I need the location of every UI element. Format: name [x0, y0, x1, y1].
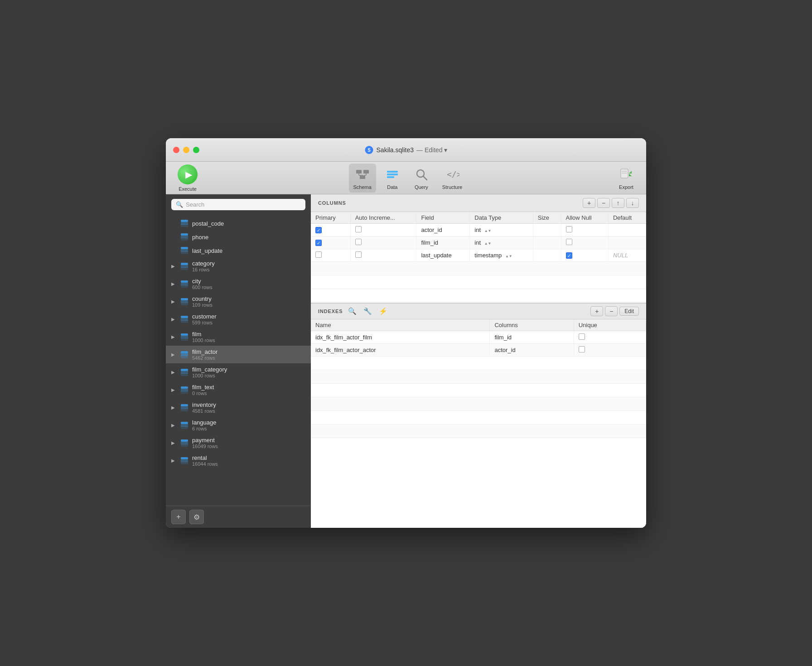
checkbox-null[interactable] — [566, 239, 572, 245]
col-header-size: Size — [533, 212, 561, 224]
stepper-icon[interactable]: ▲▼ — [484, 241, 492, 246]
table-row[interactable]: idx_fk_film_actor_actor actor_id — [311, 344, 646, 357]
schema-tab[interactable]: Schema — [349, 164, 376, 193]
svg-rect-72 — [181, 442, 188, 443]
query-tab[interactable]: Query — [409, 164, 434, 193]
svg-rect-68 — [181, 425, 188, 425]
wrench-button[interactable]: 🔧 — [362, 306, 373, 316]
sidebar-list: postal_code phone — [166, 215, 311, 506]
svg-rect-47 — [181, 333, 188, 336]
sidebar-item-postal-code[interactable]: postal_code — [166, 217, 311, 230]
item-info-inventory: inventory 4581 rows — [192, 401, 216, 414]
idx-header-unique: Unique — [574, 319, 646, 331]
table-row[interactable]: ✓ actor_id int ▲▼ — [311, 224, 646, 236]
lightning-button[interactable]: ⚡ — [377, 306, 389, 316]
item-name: film — [192, 331, 215, 338]
svg-rect-49 — [181, 338, 188, 338]
close-button[interactable] — [173, 147, 179, 153]
schema-label: Schema — [353, 184, 372, 190]
checkbox-primary[interactable]: ✓ — [315, 240, 322, 246]
sidebar-item-country[interactable]: ▶ country 109 rows — [166, 293, 311, 310]
settings-button[interactable]: ⚙ — [189, 510, 204, 524]
item-name: payment — [192, 437, 218, 444]
svg-rect-35 — [181, 280, 188, 283]
checkbox-primary[interactable]: ✓ — [315, 227, 322, 233]
add-table-button[interactable]: + — [171, 510, 186, 524]
window-title: Sakila.sqlite3 — [377, 146, 414, 154]
col-allownull: ✓ — [561, 249, 608, 262]
execute-button[interactable]: ▶ Execute — [173, 162, 202, 194]
sidebar-item-phone[interactable]: phone — [166, 230, 311, 244]
checkbox-null[interactable]: ✓ — [566, 252, 572, 259]
columns-table: Primary Auto Increme... Field Data Type … — [311, 212, 646, 289]
add-index-button[interactable]: + — [590, 306, 603, 316]
checkbox-auto[interactable] — [355, 226, 362, 232]
chevron-icon: ▶ — [171, 387, 177, 392]
table-row[interactable]: ✓ film_id int ▲▼ — [311, 236, 646, 249]
stepper-icon[interactable]: ▲▼ — [505, 254, 512, 258]
col-header-primary: Primary — [311, 212, 350, 224]
search-wrap[interactable]: 🔍 — [171, 199, 305, 210]
checkbox-null[interactable] — [566, 226, 572, 232]
sidebar-item-language[interactable]: ▶ language 6 rows — [166, 416, 311, 434]
default-null: NULL — [613, 252, 628, 259]
col-primary: ✓ — [311, 236, 350, 249]
col-datatype: timestamp ▲▼ — [470, 249, 533, 262]
table-icon — [180, 280, 188, 288]
query-icon — [413, 166, 430, 183]
item-info-payment: payment 16049 rows — [192, 437, 218, 449]
sidebar-item-customer[interactable]: ▶ customer 599 rows — [166, 310, 311, 328]
data-tab[interactable]: Data — [380, 164, 405, 193]
svg-rect-77 — [181, 461, 188, 462]
empty-row — [311, 397, 646, 411]
edit-index-button[interactable]: Edit — [619, 307, 639, 316]
svg-rect-69 — [181, 426, 188, 427]
sidebar-item-rental[interactable]: ▶ rental 16044 rows — [166, 452, 311, 469]
item-rows: 1000 rows — [192, 338, 215, 343]
table-row[interactable]: idx_fk_film_actor_film film_id — [311, 331, 646, 344]
sidebar-item-category[interactable]: ▶ category 16 rows — [166, 257, 311, 275]
checkbox-auto[interactable] — [355, 239, 362, 245]
checkbox-primary[interactable] — [315, 251, 322, 258]
svg-rect-64 — [181, 407, 188, 408]
move-down-button[interactable]: ↓ — [626, 198, 639, 208]
remove-column-button[interactable]: − — [597, 198, 610, 208]
svg-rect-63 — [181, 404, 188, 406]
item-name-postal-code: postal_code — [192, 220, 224, 227]
sidebar-item-film-category[interactable]: ▶ film_category 1000 rows — [166, 363, 311, 381]
checkbox-unique[interactable] — [579, 333, 585, 340]
remove-index-button[interactable]: − — [605, 306, 618, 316]
checkbox-unique[interactable] — [579, 346, 585, 352]
indexes-title: INDEXES — [318, 309, 343, 314]
sidebar-item-inventory[interactable]: ▶ inventory 4581 rows — [166, 399, 311, 416]
checkbox-auto[interactable] — [355, 251, 362, 258]
svg-rect-19 — [181, 220, 188, 222]
svg-rect-28 — [181, 250, 188, 251]
add-column-button[interactable]: + — [583, 198, 595, 208]
svg-rect-56 — [181, 372, 188, 372]
item-name: inventory — [192, 401, 216, 408]
col-size — [533, 224, 561, 236]
search-input[interactable] — [186, 201, 301, 208]
svg-rect-10 — [387, 174, 398, 175]
stepper-icon[interactable]: ▲▼ — [484, 229, 492, 233]
sidebar-item-film[interactable]: ▶ film 1000 rows — [166, 328, 311, 346]
sidebar-item-payment[interactable]: ▶ payment 16049 rows — [166, 434, 311, 452]
table-row[interactable]: last_update timestamp ▲▼ ✓ NULL — [311, 249, 646, 262]
svg-rect-2 — [356, 170, 362, 174]
sidebar-item-film-actor[interactable]: ▶ film_actor 5462 rows — [166, 346, 311, 363]
svg-rect-27 — [181, 247, 188, 249]
export-button[interactable]: Export — [614, 164, 639, 193]
idx-header-name: Name — [311, 319, 490, 331]
move-up-button[interactable]: ↑ — [612, 198, 624, 208]
maximize-button[interactable] — [193, 147, 199, 153]
col-default — [608, 224, 646, 236]
minimize-button[interactable] — [183, 147, 189, 153]
search-indexes-button[interactable]: 🔍 — [346, 306, 358, 316]
svg-rect-76 — [181, 460, 188, 461]
sidebar-item-last-update-field[interactable]: last_update — [166, 244, 311, 257]
sidebar-item-film-text[interactable]: ▶ film_text 0 rows — [166, 381, 311, 399]
sidebar-item-city[interactable]: ▶ city 600 rows — [166, 275, 311, 293]
col-header-field: Field — [416, 212, 470, 224]
structure-tab[interactable]: </> Structure — [438, 164, 467, 193]
